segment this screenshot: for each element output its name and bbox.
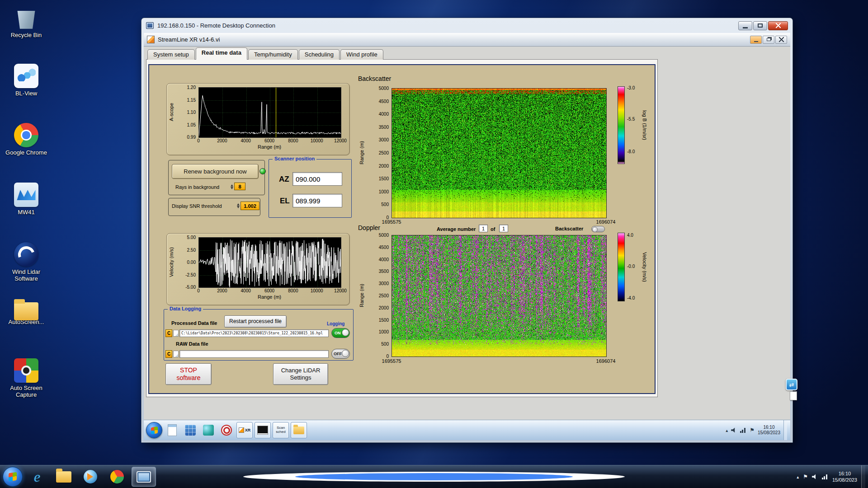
screen-edge-widget[interactable]: ⇄ [786, 379, 797, 400]
host-taskbar-internet-explorer[interactable]: e [25, 467, 49, 487]
app-window-title: StreamLine XR v14-6.vi [158, 36, 220, 43]
colorbar-tick-label: 4.0 [627, 232, 633, 237]
y-tick-label: 1.10 [187, 110, 196, 115]
host-start-button[interactable] [3, 467, 23, 487]
doppler-colorbar-ticks: 4.0-0.0-4.0 [627, 233, 642, 301]
average-total-field[interactable]: 1 [499, 225, 508, 232]
remote-show-desktop-button[interactable] [783, 420, 787, 441]
tab-scheduling[interactable]: Scheduling [299, 49, 340, 60]
y-tick-label: 3000 [379, 281, 389, 286]
volume-icon[interactable] [812, 474, 818, 479]
x-tick-label: 12000 [334, 288, 347, 293]
app-titlebar[interactable]: StreamLine XR v14-6.vi [144, 33, 790, 47]
x-tick-label: 10000 [311, 288, 323, 293]
remote-taskbar-notepad[interactable] [164, 422, 180, 438]
app-minimize-button[interactable] [750, 36, 762, 44]
network-icon[interactable] [740, 427, 746, 433]
az-value-field[interactable]: 090.000 [292, 172, 342, 186]
backscatter-toggle[interactable] [591, 226, 605, 232]
remote-taskbar-folder-window[interactable] [291, 422, 307, 438]
autoscreen-folder-icon [14, 302, 38, 320]
toggle-on-label: ON [335, 331, 341, 335]
close-icon [779, 37, 784, 42]
y-tick-label: 3500 [379, 124, 389, 129]
desktop-icon-bl-view[interactable]: BL-View [4, 64, 49, 97]
snr-value-field[interactable]: 1.002 [241, 202, 259, 210]
rays-spinner[interactable] [230, 183, 234, 190]
notepad-icon [168, 424, 177, 436]
doppler-x-end-label: 1696074 [596, 358, 616, 364]
change-lidar-settings-button[interactable]: Change LiDAR Settings [273, 363, 328, 385]
remote-start-button[interactable] [146, 422, 162, 438]
el-value-field[interactable]: 089.999 [292, 194, 342, 207]
renew-background-button[interactable]: Renew background now [172, 164, 259, 179]
hidden-icons-arrow[interactable]: ▴ [726, 428, 728, 433]
tab-temp-humidity[interactable]: Temp/humidity [248, 49, 298, 60]
host-clock[interactable]: 16:10 15/08/2023 [832, 470, 857, 483]
rays-value-field[interactable]: 8 [234, 183, 245, 190]
raw-logging-toggle[interactable]: OFF [331, 349, 350, 359]
host-show-desktop-button[interactable] [861, 465, 865, 488]
host-taskbar-media-player[interactable] [78, 467, 103, 487]
processed-logging-toggle[interactable]: ON [331, 328, 350, 338]
app-close-button[interactable] [775, 36, 787, 44]
rdp-maximize-button[interactable] [753, 21, 767, 30]
velocity-x-axis-label: Range (m) [198, 294, 340, 300]
volume-icon[interactable] [731, 427, 737, 433]
chrome-icon [110, 470, 124, 483]
backscatter-colorbar [618, 86, 625, 164]
network-icon[interactable] [822, 474, 828, 479]
backscatter-colorbar-label: log B (1/m/sr) [642, 86, 647, 164]
file-icon [173, 351, 179, 357]
tab-strip: System setupReal time dataTemp/humidityS… [147, 47, 384, 60]
hidden-icons-arrow[interactable]: ▴ [797, 474, 799, 479]
host-taskbar-rdp-active[interactable] [132, 467, 156, 487]
y-tick-label: 2000 [379, 305, 389, 310]
y-tick-label: 3500 [379, 269, 389, 274]
remote-taskbar-cmd-window[interactable] [255, 422, 271, 438]
remote-taskbar-xr-window[interactable]: XR [236, 422, 253, 438]
remote-clock[interactable]: 16:10 15/08/2023 [758, 425, 780, 436]
remote-taskbar-grid-app[interactable] [182, 422, 198, 438]
y-tick-label: 0.99 [187, 135, 196, 140]
action-center-flag-icon[interactable]: ⚑ [803, 474, 808, 480]
rdp-minimize-button[interactable] [738, 21, 752, 30]
rdp-window: 192.168.0.150 - Remote Desktop Connectio… [141, 18, 793, 443]
close-icon [776, 23, 781, 28]
host-taskbar-explorer[interactable] [52, 467, 76, 487]
restart-processed-file-button[interactable]: Restart processed file [224, 315, 287, 328]
tab-wind-profile[interactable]: Wind profile [340, 49, 383, 60]
rdp-titlebar[interactable]: 192.168.0.150 - Remote Desktop Connectio… [144, 18, 790, 33]
desktop-icon-google-chrome[interactable]: Google Chrome [4, 123, 49, 156]
y-tick-label: 2.50 [187, 247, 196, 252]
processed-drive-selector[interactable]: C [165, 329, 172, 337]
desktop-icon-autoscreen-folder[interactable]: AutoScreen... [4, 299, 49, 326]
remote-clock-date: 15/08/2023 [758, 430, 780, 436]
average-number-field[interactable]: 1 [479, 225, 488, 232]
y-tick-label: 5000 [379, 86, 389, 91]
tab-real-time-data[interactable]: Real time data [196, 47, 247, 60]
host-taskbar-chrome[interactable] [105, 467, 129, 487]
app-restore-button[interactable] [763, 36, 774, 44]
snr-spinner[interactable] [236, 202, 240, 209]
desktop-icon-recycle-bin[interactable]: Recycle Bin [4, 5, 49, 39]
x-tick-label: 0 [197, 288, 200, 293]
desktop-icon-mw41[interactable]: MW41 [4, 183, 49, 216]
raw-path-field[interactable] [179, 350, 329, 358]
doppler-x-start-label: 1695575 [382, 358, 401, 364]
processed-path-field[interactable]: C:\Lidar\Data\Proc\2023\202308\20230815\… [179, 329, 329, 337]
tab-system-setup[interactable]: System setup [147, 49, 195, 60]
desktop-icon-label: Auto Screen Capture [4, 385, 49, 399]
rdp-close-button[interactable] [768, 21, 788, 30]
desktop-icon-auto-screen-capture[interactable]: Auto Screen Capture [4, 358, 49, 399]
remote-taskbar-scan-sched-window[interactable]: Scan sched [273, 422, 289, 438]
grid-app-icon [185, 425, 196, 436]
action-center-flag-icon[interactable]: ⚑ [750, 427, 755, 433]
raw-drive-selector[interactable]: C [165, 350, 172, 358]
remote-taskbar-power[interactable] [218, 422, 235, 438]
remote-taskbar-teal-app[interactable] [200, 422, 217, 438]
desktop-icon-wind-lidar[interactable]: Wind Lidar Software [4, 242, 49, 282]
folder-icon [293, 427, 304, 434]
stop-software-button[interactable]: STOP software [165, 363, 212, 385]
desktop-icon-label: BL-View [4, 90, 49, 97]
